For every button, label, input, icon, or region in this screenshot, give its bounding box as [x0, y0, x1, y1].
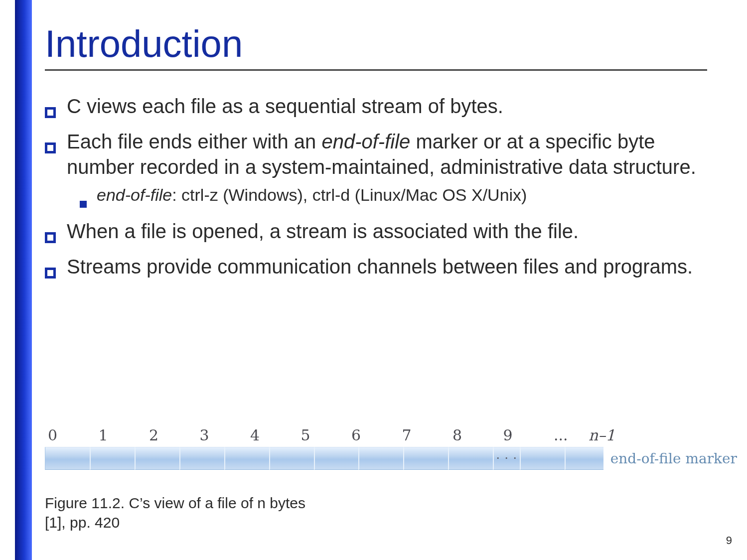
byte-cell	[358, 447, 403, 470]
byte-cell-eof	[565, 447, 603, 470]
byte-label: 7	[402, 426, 453, 444]
bullet-item-1: C views each file as a sequential stream…	[45, 94, 727, 124]
byte-cell	[448, 447, 493, 470]
page-number: 9	[726, 534, 732, 547]
accent-bar	[15, 0, 32, 560]
byte-label: 4	[250, 426, 301, 444]
byte-label: 5	[301, 426, 352, 444]
figure-byte-stream: 0 1 2 3 4 5 6 7 8 9 ... n–1 · ·	[45, 426, 737, 470]
byte-index-labels: 0 1 2 3 4 5 6 7 8 9 ... n–1	[48, 426, 737, 444]
figure-caption-line1: Figure 11.2. C’s view of a file of n byt…	[45, 493, 305, 513]
figure-caption-line2: [1], pp. 420	[45, 513, 305, 532]
slide-title: Introduction	[45, 24, 727, 64]
bullet-subtext: end-of-file: ctrl-z (Windows), ctrl-d (L…	[97, 184, 727, 207]
byte-cell	[135, 447, 179, 470]
byte-cell-ellipsis: · · ·	[493, 447, 520, 470]
hollow-square-icon	[45, 259, 56, 284]
bullet-item-4: Streams provide communication channels b…	[45, 254, 727, 284]
byte-label-n-minus-1: n–1	[589, 426, 638, 444]
bullet-text-italic: end-of-file	[321, 131, 410, 152]
bullet-subtext-segment: : ctrl-z (Windows), ctrl-d (Linux/Mac OS…	[172, 185, 527, 204]
hollow-square-icon	[45, 224, 56, 249]
bullet-text: Streams provide communication channels b…	[67, 254, 727, 280]
byte-cell	[224, 447, 269, 470]
figure-caption: Figure 11.2. C’s view of a file of n byt…	[45, 493, 305, 532]
byte-cell	[520, 447, 565, 470]
bullet-item-2: Each file ends either with an end-of-fil…	[45, 129, 727, 180]
content-area: Introduction C views each file as a sequ…	[45, 24, 727, 288]
byte-label-ellipsis: ...	[554, 426, 589, 444]
byte-cell	[403, 447, 448, 470]
byte-label: 8	[452, 426, 503, 444]
bullet-list: C views each file as a sequential stream…	[45, 94, 727, 285]
bullet-subitem-2-1: end-of-file: ctrl-z (Windows), ctrl-d (L…	[80, 184, 727, 214]
byte-label-n: n	[589, 426, 598, 444]
slide-container: Introduction C views each file as a sequ…	[0, 0, 747, 560]
byte-label: 1	[99, 426, 149, 444]
byte-cell	[45, 447, 90, 470]
title-underline	[45, 69, 707, 71]
byte-cell	[314, 447, 359, 470]
hollow-square-icon	[45, 134, 56, 159]
hollow-square-icon	[45, 99, 56, 124]
byte-cell	[269, 447, 314, 470]
bullet-text: C views each file as a sequential stream…	[67, 94, 727, 119]
byte-label: 3	[200, 426, 251, 444]
byte-label-minus-1: –1	[598, 426, 615, 444]
bullet-item-3: When a file is opened, a stream is assoc…	[45, 219, 727, 249]
byte-label: 9	[503, 426, 554, 444]
bullet-text: Each file ends either with an end-of-fil…	[67, 129, 727, 180]
byte-cells-row: · · · end-of-file marker	[45, 447, 737, 470]
byte-label: 2	[149, 426, 200, 444]
byte-cell	[90, 447, 135, 470]
solid-square-icon	[80, 191, 87, 214]
bullet-text-segment: Each file ends either with an	[67, 131, 321, 152]
bullet-subtext-italic: end-of-file	[97, 185, 172, 204]
byte-label: 0	[48, 426, 99, 444]
eof-label: end-of-file marker	[610, 450, 737, 467]
byte-cell	[179, 447, 224, 470]
byte-label: 6	[351, 426, 402, 444]
bullet-text: When a file is opened, a stream is assoc…	[67, 219, 727, 244]
